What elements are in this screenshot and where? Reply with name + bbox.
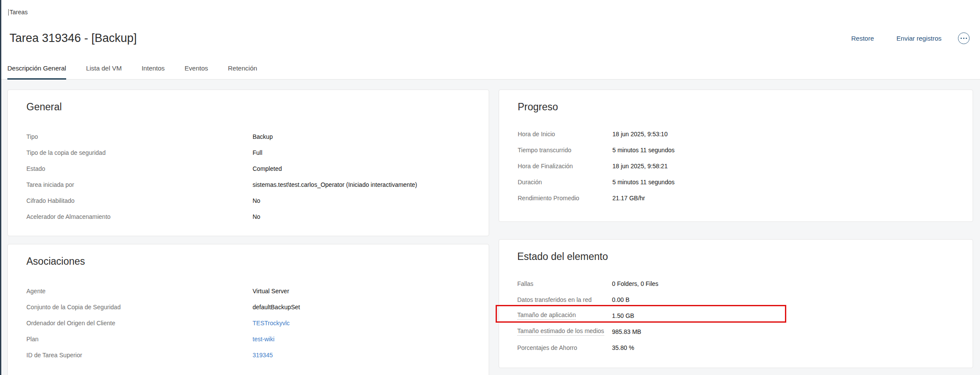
field-row-datos-transferidos-en-la-red: Datos transferidos en la red0.00 B: [517, 292, 960, 308]
ellipsis-icon: [958, 32, 970, 44]
field-label: Tipo de la copia de seguridad: [26, 149, 253, 156]
text-cursor: [8, 9, 9, 16]
field-label-text: Tamaño estimado de los medios: [517, 327, 604, 336]
tab-retencion[interactable]: Retención: [228, 64, 257, 80]
panel-general: GeneralTipoBackupTipo de la copia de seg…: [7, 90, 489, 236]
field-label-text: Conjunto de la Copia de Seguridad: [26, 304, 121, 311]
field-value-link[interactable]: test-wiki: [253, 336, 275, 343]
panel-title: Progreso: [518, 101, 960, 113]
tab-intentos[interactable]: Intentos: [141, 64, 164, 80]
field-row-duracion: Duración5 minutos 11 segundos: [518, 174, 960, 190]
field-value: No: [253, 197, 260, 204]
field-value: 0 Folders, 0 Files: [612, 280, 658, 287]
field-row-tipo: TipoBackup: [26, 128, 476, 144]
field-row-hora-de-finalizacion: Hora de Finalización18 jun 2025, 9:58:21: [518, 158, 960, 174]
field-label-text: Tipo de la copia de seguridad: [26, 149, 106, 156]
field-label-text: Hora de Inicio: [518, 131, 555, 138]
field-label: Conjunto de la Copia de Seguridad: [26, 304, 253, 311]
panel-estado-del-elemento: Estado del elementoFallas0 Folders, 0 Fi…: [499, 239, 973, 368]
page-header: Tareas Tarea 319346 - [Backup] RestoreEn…: [0, 0, 980, 53]
field-value: 5 minutos 11 segundos: [612, 179, 675, 186]
field-label: Porcentajes de Ahorro: [517, 344, 612, 351]
field-label-text: Estado: [26, 165, 45, 172]
field-value: defaultBackupSet: [253, 304, 300, 311]
panel-progreso: ProgresoHora de Inicio18 jun 2025, 9:53:…: [499, 90, 973, 222]
field-value: Backup: [253, 133, 273, 140]
field-label: Tamaño estimado de los medios: [517, 327, 612, 336]
collapsed-nav-edge: [0, 0, 1, 375]
field-label: Hora de Inicio: [518, 131, 612, 138]
field-row-conjunto-de-la-copia-de-seguridad: Conjunto de la Copia de Seguridaddefault…: [26, 299, 476, 315]
field-label: Tamaño de aplicación: [517, 311, 612, 320]
left-column: GeneralTipoBackupTipo de la copia de seg…: [7, 90, 489, 375]
panel-asociaciones: AsociacionesAgenteVirtual ServerConjunto…: [7, 244, 489, 375]
field-label: Duración: [518, 179, 612, 186]
restore-button[interactable]: Restore: [851, 35, 874, 42]
content-area: GeneralTipoBackupTipo de la copia de seg…: [0, 80, 980, 375]
field-value: 1.50 GB: [612, 312, 634, 319]
breadcrumb: Tareas: [8, 9, 973, 16]
field-label: Acelerador de Almacenamiento: [26, 213, 253, 220]
field-row-tamano-de-aplicacion: Tamaño de aplicación1.50 GB: [517, 308, 960, 324]
field-label: Ordenador del Origen del Cliente: [26, 320, 253, 327]
field-row-agente: AgenteVirtual Server: [26, 283, 476, 299]
field-label-text: Agente: [26, 288, 45, 295]
field-value: No: [253, 213, 260, 220]
field-row-cifrado-habilitado: Cifrado HabilitadoNo: [26, 192, 476, 208]
field-label: Rendimiento Promedio: [518, 195, 612, 202]
field-rows: TipoBackupTipo de la copia de seguridadF…: [26, 128, 476, 224]
field-value-link[interactable]: 319345: [253, 352, 273, 359]
field-row-fallas: Fallas0 Folders, 0 Files: [517, 276, 960, 292]
field-label-text: Cifrado Habilitado: [26, 197, 74, 204]
field-label: Tarea iniciada por: [26, 181, 253, 188]
field-label-text: Acelerador de Almacenamiento: [26, 213, 111, 220]
panel-title: Asociaciones: [26, 255, 476, 267]
panel-title: General: [26, 101, 476, 113]
enviar-registros-button[interactable]: Enviar registros: [897, 35, 942, 42]
field-label: Agente: [26, 288, 253, 295]
field-label: Datos transferidos en la red: [517, 296, 612, 303]
field-label-text: Ordenador del Origen del Cliente: [26, 320, 115, 327]
more-actions-button[interactable]: [958, 32, 970, 44]
field-rows: AgenteVirtual ServerConjunto de la Copia…: [26, 283, 476, 363]
header-actions: RestoreEnviar registros: [851, 32, 973, 44]
field-label: Tipo: [26, 133, 253, 140]
field-value: Virtual Server: [253, 288, 289, 295]
field-label-text: Rendimiento Promedio: [518, 195, 579, 202]
field-label: Hora de Finalización: [518, 163, 612, 170]
field-row-tiempo-transcurrido: Tiempo transcurrido5 minutos 11 segundos: [518, 142, 960, 158]
field-row-hora-de-inicio: Hora de Inicio18 jun 2025, 9:53:10: [518, 126, 960, 142]
field-rows: Hora de Inicio18 jun 2025, 9:53:10Tiempo…: [518, 126, 960, 206]
field-value: 18 jun 2025, 9:58:21: [612, 163, 668, 170]
tab-descripcion-general[interactable]: Descripción General: [7, 64, 66, 80]
field-row-rendimiento-promedio: Rendimiento Promedio21.17 GB/hr: [518, 190, 960, 206]
field-row-tarea-iniciada-por: Tarea iniciada porsistemas.test\test.car…: [26, 176, 476, 192]
field-value: 35.80 %: [612, 344, 634, 351]
right-column: ProgresoHora de Inicio18 jun 2025, 9:53:…: [499, 90, 973, 368]
tab-lista-del-vm[interactable]: Lista del VM: [86, 64, 122, 80]
field-value: Completed: [253, 165, 282, 172]
field-row-ordenador-del-origen-del-cliente: Ordenador del Origen del ClienteTESTrock…: [26, 315, 476, 331]
field-label-text: Plan: [26, 336, 38, 343]
field-label-text: Datos transferidos en la red: [517, 296, 592, 303]
tab-eventos[interactable]: Eventos: [185, 64, 208, 80]
panel-title: Estado del elemento: [517, 250, 960, 263]
breadcrumb-link-tareas[interactable]: Tareas: [10, 9, 28, 16]
field-label-text: Tipo: [26, 133, 38, 140]
field-label-text: ID de Tarea Superior: [26, 352, 82, 359]
field-label: Cifrado Habilitado: [26, 197, 253, 204]
field-label-text: Porcentajes de Ahorro: [517, 344, 577, 351]
page-title: Tarea 319346 - [Backup]: [8, 31, 851, 45]
field-value: sistemas.test\test.carlos_Operator (Inic…: [253, 181, 417, 188]
field-label-text: Tiempo transcurrido: [518, 147, 571, 154]
field-label-text: Tarea iniciada por: [26, 181, 74, 188]
field-label: ID de Tarea Superior: [26, 352, 253, 359]
tab-bar: Descripción GeneralLista del VMIntentosE…: [0, 64, 980, 80]
field-label-text: Fallas: [517, 280, 533, 287]
field-label: Fallas: [517, 280, 612, 287]
field-label: Plan: [26, 336, 253, 343]
field-row-plan: Plantest-wiki: [26, 331, 476, 347]
field-value-link[interactable]: TESTrockyvlc: [253, 320, 290, 327]
field-row-id-de-tarea-superior: ID de Tarea Superior319345: [26, 347, 476, 363]
field-label: Estado: [26, 165, 253, 172]
